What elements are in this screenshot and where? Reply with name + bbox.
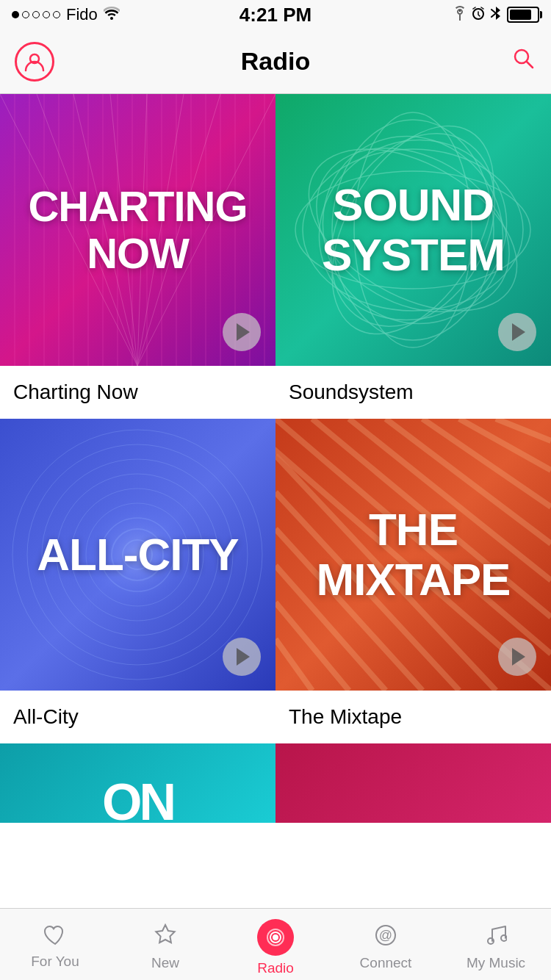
- battery-icon: [507, 7, 539, 23]
- tab-new[interactable]: New: [110, 909, 220, 980]
- location-icon: [454, 6, 466, 24]
- radio-item-charting-now[interactable]: CHARTINGNOW Charting Now: [0, 94, 276, 419]
- tab-bar: For You New Radio @ Connect: [0, 908, 551, 980]
- tab-my-music[interactable]: My Music: [441, 909, 551, 980]
- main-content: CHARTINGNOW Charting Now: [0, 94, 551, 908]
- soundsystem-text: SOUNDSYSTEM: [307, 165, 519, 295]
- radio-item-mixtape[interactable]: THEMIXTAPE The Mixtape: [276, 419, 551, 743]
- charting-now-artwork: CHARTINGNOW: [0, 94, 276, 366]
- radio-label-text: Radio: [257, 960, 294, 976]
- soundsystem-play-button[interactable]: [498, 313, 536, 351]
- play-triangle-icon: [512, 323, 525, 341]
- radio-item-soundsystem[interactable]: SOUNDSYSTEM Soundsystem: [276, 94, 551, 419]
- profile-button[interactable]: [15, 42, 54, 82]
- signal-dot-2: [22, 11, 29, 18]
- status-right: [454, 6, 539, 24]
- new-label: New: [151, 955, 179, 971]
- alarm-icon: [472, 7, 485, 24]
- all-city-text: ALL-CITY: [22, 515, 253, 594]
- charting-now-play-button[interactable]: [223, 313, 261, 351]
- svg-line-57: [496, 419, 551, 441]
- mixtape-artwork: THEMIXTAPE: [276, 419, 551, 691]
- battery-fill: [510, 10, 531, 20]
- all-city-artwork: ALL-CITY: [0, 419, 276, 691]
- heart-icon: [43, 925, 67, 949]
- status-left: Fido: [12, 5, 120, 24]
- play-triangle-icon: [512, 648, 525, 666]
- next-row-peek: ON: [0, 743, 551, 823]
- svg-point-64: [273, 934, 278, 940]
- connect-label: Connect: [360, 955, 412, 971]
- charting-now-text: CHARTINGNOW: [13, 168, 262, 292]
- search-button[interactable]: [511, 46, 536, 77]
- page-title: Radio: [241, 47, 310, 76]
- all-city-play-button[interactable]: [223, 638, 261, 676]
- mixtape-text: THEMIXTAPE: [302, 490, 525, 619]
- soundsystem-label: Soundsystem: [276, 366, 551, 419]
- charting-now-label: Charting Now: [0, 366, 276, 419]
- svg-line-63: [276, 639, 312, 691]
- status-bar: Fido 4:21 PM: [0, 0, 551, 29]
- soundsystem-artwork: SOUNDSYSTEM: [276, 94, 551, 366]
- svg-line-56: [459, 419, 551, 470]
- radio-item-all-city[interactable]: ALL-CITY All-City: [0, 419, 276, 743]
- signal-dot-5: [53, 11, 60, 18]
- signal-dot-3: [32, 11, 40, 18]
- for-you-label: For You: [31, 954, 79, 970]
- carrier-label: Fido: [66, 5, 98, 24]
- music-icon: [485, 923, 507, 951]
- my-music-label: My Music: [467, 955, 525, 971]
- svg-text:@: @: [379, 928, 392, 943]
- radio-icon: [257, 919, 294, 956]
- signal-dots: [12, 11, 60, 18]
- play-triangle-icon: [237, 648, 250, 666]
- status-time: 4:21 PM: [240, 4, 311, 26]
- radio-grid: CHARTINGNOW Charting Now: [0, 94, 551, 743]
- star-icon: [154, 923, 177, 951]
- signal-dot-4: [43, 11, 50, 18]
- connect-icon: @: [374, 923, 397, 951]
- wifi-icon: [104, 7, 120, 24]
- tab-connect[interactable]: @ Connect: [331, 909, 441, 980]
- bluetooth-icon: [491, 6, 501, 24]
- peek-item-1[interactable]: ON: [0, 743, 276, 823]
- mixtape-play-button[interactable]: [498, 638, 536, 676]
- tab-radio[interactable]: Radio: [220, 909, 331, 980]
- play-triangle-icon: [237, 323, 250, 341]
- signal-dot-1: [12, 11, 19, 18]
- nav-bar: Radio: [0, 29, 551, 94]
- mixtape-label: The Mixtape: [276, 691, 551, 743]
- all-city-label: All-City: [0, 691, 276, 743]
- on-text: ON: [102, 782, 173, 823]
- peek-item-2[interactable]: [276, 743, 551, 823]
- tab-for-you[interactable]: For You: [0, 909, 110, 980]
